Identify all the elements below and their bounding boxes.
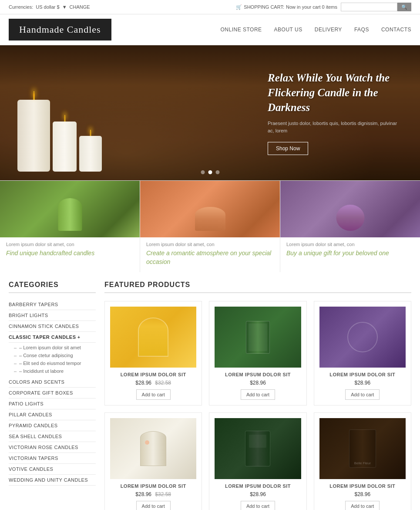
cat-item-patio[interactable]: PATIO LIGHTS bbox=[9, 399, 96, 409]
add-to-cart-2[interactable]: Add to cart bbox=[241, 389, 275, 400]
hero-description: Praesent justo dolor, lobortis quis, lob… bbox=[268, 120, 403, 134]
add-to-cart-5[interactable]: Add to cart bbox=[241, 501, 275, 510]
add-to-cart-1[interactable]: Add to cart bbox=[136, 389, 171, 400]
search-bar: 🔍 bbox=[341, 3, 411, 11]
product-candle-2 bbox=[246, 321, 270, 354]
products-grid: LOREM IPSUM DOLOR SIT $28.96 $32.58 Add … bbox=[104, 301, 411, 510]
product-candle-4 bbox=[140, 431, 166, 466]
feature-title-2: Create a romantic atmosphere on your spe… bbox=[146, 249, 274, 266]
product-card-1: LOREM IPSUM DOLOR SIT $28.96 $32.58 Add … bbox=[104, 301, 202, 405]
product-name-3: LOREM IPSUM DOLOR SIT bbox=[319, 372, 406, 377]
feature-box-2: Lorem ipsum dolor sit amet, con Create a… bbox=[140, 181, 280, 272]
cat-sub-classic: – Lorem ipsum dolor sit amet – Conse cte… bbox=[14, 344, 96, 375]
logo[interactable]: Handmade Candles bbox=[9, 19, 111, 41]
product-name-6: LOREM IPSUM DOLOR SIT bbox=[319, 483, 406, 489]
feature-meta-3: Lorem ipsum dolor sit amet, con bbox=[286, 242, 414, 247]
expand-icon: + bbox=[77, 335, 80, 340]
add-to-cart-3[interactable]: Add to cart bbox=[345, 389, 380, 400]
product-card-5: LOREM IPSUM DOLOR SIT $28.96 Add to cart bbox=[209, 412, 306, 510]
product-image-4 bbox=[110, 418, 196, 479]
candle-flame-medium bbox=[64, 114, 65, 122]
candle-large bbox=[17, 100, 50, 172]
currency-arrow-icon: ▼ bbox=[62, 4, 67, 10]
feature-text-2: Lorem ipsum dolor sit amet, con Create a… bbox=[140, 237, 280, 272]
content-area: CATEGORIES BARBERRY TAPERS BRIGHT LIGHTS… bbox=[0, 272, 420, 510]
page-wrapper: Currencies: US dollar $ ▼ CHANGE 🛒 SHOPP… bbox=[0, 0, 420, 510]
sidebar-title: CATEGORIES bbox=[9, 281, 96, 293]
feature-box-1: Lorem ipsum dolor sit amet, con Find uni… bbox=[0, 181, 140, 272]
product-card-3: LOREM IPSUM DOLOR SIT $28.96 Add to cart bbox=[314, 301, 411, 405]
product-card-6: Belle Fleur LOREM IPSUM DOLOR SIT $28.96… bbox=[314, 412, 411, 510]
cat-item-votive[interactable]: VOTIVE CANDLES bbox=[9, 464, 96, 475]
cat-sub-item-1[interactable]: – Lorem ipsum dolor sit amet bbox=[14, 344, 96, 351]
cat-item-classic[interactable]: CLASSIC TAPER CANDLES + bbox=[9, 332, 96, 343]
product-name-4: LOREM IPSUM DOLOR SIT bbox=[110, 483, 196, 489]
product-price-5: $28.96 bbox=[215, 491, 301, 497]
cat-item-pyramid[interactable]: PYRAMID CANDLES bbox=[9, 420, 96, 431]
product-image-3 bbox=[319, 307, 406, 368]
nav-online-store[interactable]: ONLINE STORE bbox=[220, 27, 262, 33]
add-to-cart-4[interactable]: Add to cart bbox=[136, 501, 171, 510]
product-price-6: $28.96 bbox=[319, 491, 406, 497]
product-candle-3 bbox=[347, 322, 378, 352]
product-image-2 bbox=[215, 307, 301, 368]
main-nav: ONLINE STORE ABOUT US DELIVERY FAQS CONT… bbox=[220, 27, 411, 33]
hero-dot-2[interactable] bbox=[208, 170, 212, 174]
cat-item-corporate[interactable]: CORPORATE GIFT BOXES bbox=[9, 388, 96, 399]
search-input[interactable] bbox=[341, 3, 397, 11]
products-area: FEATURED PRODUCTS LOREM IPSUM DOLOR SIT … bbox=[104, 281, 411, 510]
cat-item-wedding[interactable]: WEDDING AND UNITY CANDLES bbox=[9, 475, 96, 486]
currencies-label: Currencies: bbox=[9, 4, 33, 10]
hero-dot-3[interactable] bbox=[215, 170, 219, 174]
cat-sub-item-3[interactable]: – Elit sed do eiusmod tempor bbox=[14, 359, 96, 367]
feature-text-3: Lorem ipsum dolor sit amet, con Buy a un… bbox=[280, 237, 420, 264]
cart-icon: 🛒 bbox=[236, 4, 242, 10]
hero-dot-1[interactable] bbox=[201, 170, 205, 174]
currency-change-link[interactable]: CHANGE bbox=[70, 4, 90, 10]
cat-sub-item-2[interactable]: – Conse ctetur adipiscing bbox=[14, 351, 96, 359]
feature-candle-orange bbox=[195, 207, 225, 231]
cat-item-colors[interactable]: COLORS AND SCENTS bbox=[9, 377, 96, 388]
cart-status: Now in your cart 0 items bbox=[286, 4, 337, 10]
feature-meta-2: Lorem ipsum dolor sit amet, con bbox=[146, 242, 274, 247]
products-section-title: FEATURED PRODUCTS bbox=[104, 281, 411, 293]
candle-small bbox=[79, 136, 102, 172]
cat-item-pillar[interactable]: PILLAR CANDLES bbox=[9, 409, 96, 420]
feature-candle-green bbox=[58, 198, 82, 231]
candle-flame-large bbox=[33, 90, 35, 100]
product-price-value-5: $28.96 bbox=[250, 491, 266, 497]
product-old-price-4: $32.58 bbox=[155, 491, 171, 497]
cat-item-bright[interactable]: BRIGHT LIGHTS bbox=[9, 310, 96, 321]
product-card-4: LOREM IPSUM DOLOR SIT $28.96 $32.58 Add … bbox=[104, 412, 202, 510]
add-to-cart-6[interactable]: Add to cart bbox=[345, 501, 380, 510]
product-price-value-4: $28.96 bbox=[135, 491, 151, 497]
cat-sub-item-4[interactable]: – Incididunt ut labore bbox=[14, 367, 96, 375]
nav-faqs[interactable]: FAQS bbox=[354, 27, 369, 33]
currencies-section: Currencies: US dollar $ ▼ CHANGE bbox=[9, 4, 90, 10]
nav-about-us[interactable]: ABOUT US bbox=[274, 27, 302, 33]
product-image-1 bbox=[110, 307, 196, 368]
hero-dots bbox=[201, 170, 219, 174]
product-old-price-1: $32.58 bbox=[155, 380, 171, 386]
feature-image-2 bbox=[140, 181, 280, 237]
product-name-5: LOREM IPSUM DOLOR SIT bbox=[215, 483, 301, 489]
hero-title: Relax While You Watch the Flickering Can… bbox=[268, 71, 403, 115]
cat-item-victorian-tapers[interactable]: VICTORIAN TAPERS bbox=[9, 453, 96, 464]
nav-delivery[interactable]: DELIVERY bbox=[315, 27, 342, 33]
feature-image-1 bbox=[0, 181, 140, 237]
shop-now-button[interactable]: Shop Now bbox=[268, 142, 308, 155]
product-price-value-2: $28.96 bbox=[250, 380, 266, 386]
product-price-3: $28.96 bbox=[319, 380, 406, 386]
candle-medium bbox=[53, 122, 77, 172]
product-name-1: LOREM IPSUM DOLOR SIT bbox=[110, 372, 196, 377]
hero-candle-group bbox=[17, 100, 102, 172]
cat-item-barberry[interactable]: BARBERRY TAPERS bbox=[9, 299, 96, 310]
cat-item-victorian-rose[interactable]: VICTORIAN ROSE CANDLES bbox=[9, 442, 96, 453]
nav-contacts[interactable]: CONTACTS bbox=[381, 27, 411, 33]
cat-item-seashell[interactable]: SEA SHELL CANDLES bbox=[9, 431, 96, 442]
feature-candle-purple bbox=[336, 205, 364, 231]
feature-text-1: Lorem ipsum dolor sit amet, con Find uni… bbox=[0, 237, 140, 264]
search-button[interactable]: 🔍 bbox=[397, 3, 411, 11]
product-price-2: $28.96 bbox=[215, 380, 301, 386]
cat-item-cinnamon[interactable]: CINNAMON STICK CANDLES bbox=[9, 321, 96, 332]
